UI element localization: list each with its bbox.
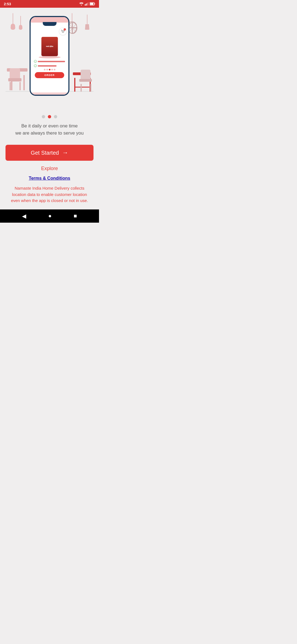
tagline: Be it daily or even one time we are alwa… [15,122,84,137]
svg-rect-3 [87,3,88,6]
svg-rect-6 [90,3,94,5]
order-button-mockup: ORDER [35,72,64,78]
phone-mockup: 1 नमस्ते इंडिया ✓ ✓ [30,16,70,96]
lamp-right [85,15,89,30]
svg-rect-7 [95,3,95,4]
svg-point-0 [81,5,82,6]
svg-point-14 [63,32,64,33]
carousel-dot-1[interactable] [48,115,51,118]
lamp-left-1 [11,13,15,30]
scene: 1 नमस्ते इंडिया ✓ ✓ [6,13,94,107]
chair-right [78,70,94,92]
phone-bottom [31,92,68,95]
cart-icon: 1 [59,28,67,35]
bottom-nav: ◀ ● ■ [0,209,99,223]
carousel-dot-0[interactable] [42,115,45,118]
illustration-area: 1 नमस्ते इंडिया ✓ ✓ [0,8,99,110]
nav-back-button[interactable]: ◀ [22,213,26,219]
nav-home-button[interactable]: ● [48,213,51,219]
phone-carousel-dots [44,69,55,70]
signal-icon [85,2,89,6]
lamp-left-2 [19,16,22,30]
chair-left [7,68,23,90]
status-time: 2:53 [4,2,11,6]
check-item-1: ✓ [34,60,65,63]
product-image: नमस्ते इंडिया [41,37,58,56]
svg-rect-4 [88,2,89,6]
svg-rect-2 [86,4,87,6]
wifi-icon [79,2,84,6]
arrow-icon: → [62,149,68,156]
status-bar: 2:53 [0,0,99,8]
carousel-dot-2[interactable] [54,115,57,118]
explore-button[interactable]: Explore [41,166,58,171]
time-display: 2:53 [4,2,11,6]
svg-rect-1 [85,4,86,6]
status-icons [79,2,95,6]
main-content: Be it daily or even one time we are alwa… [0,122,99,209]
nav-recent-button[interactable]: ■ [74,213,77,219]
terms-link[interactable]: Terms & Conditions [29,176,70,181]
product-plate [38,56,61,58]
get-started-button[interactable]: Get Started → [6,145,94,161]
battery-icon [90,2,95,6]
location-notice: Namaste India Home Delivery collects loc… [6,185,94,204]
check-item-2: ✓ [34,64,65,67]
carousel-dots [0,110,99,122]
svg-point-13 [62,32,63,33]
